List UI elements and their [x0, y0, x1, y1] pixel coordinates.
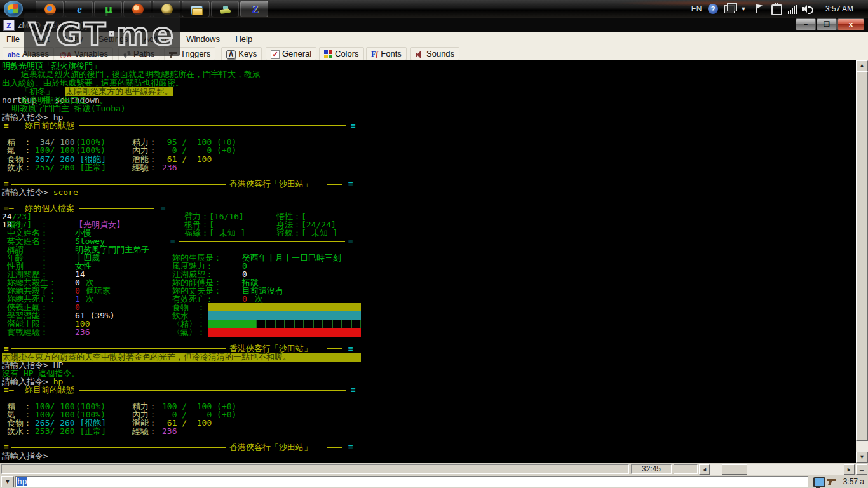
terminal-text: 實戰經驗： [7, 328, 48, 337]
help-tray-icon[interactable]: ? [707, 0, 719, 18]
power-plug-icon[interactable] [770, 0, 782, 18]
vertical-scrollbar[interactable]: ▲ ▼ [856, 60, 868, 463]
terminal-text: (100%) [76, 146, 105, 155]
horizontal-scroll-thumb[interactable] [722, 464, 747, 475]
taskbar-item-zmud[interactable]: Z [240, 1, 268, 17]
general-button[interactable]: ✓General [266, 47, 316, 60]
keycap-icon: A [226, 50, 236, 59]
checkbox-icon: ✓ [271, 50, 280, 59]
start-button[interactable] [4, 1, 23, 17]
language-indicator[interactable]: EN [689, 0, 704, 18]
menu-help[interactable]: Help [229, 32, 259, 46]
terminal-text: 癸酉年十月十一日巳時三刻 [242, 254, 341, 262]
terminal-text: 氣 ： [7, 146, 32, 155]
status-bar: 32:45 ◄ ► – [0, 463, 868, 476]
colors-button[interactable]: Colors [319, 47, 364, 60]
terminal-output: 明教光明頂「烈火旗後門」這裏就是烈火旗的後門，後面就是明教總舵所在，門宇軒大，教… [0, 60, 856, 463]
zmud-clock: 3:57 a [843, 475, 864, 488]
window-stack-icon[interactable] [723, 0, 736, 18]
terminal-line: 請輸入指令> [2, 452, 48, 461]
menu-file[interactable]: File [0, 32, 26, 46]
terminal-text: 236 [162, 163, 177, 172]
terminal-text: ≡ [348, 344, 353, 353]
maximize-button[interactable]: ❐ [817, 18, 837, 30]
terminal-text: ≡ [348, 237, 353, 246]
terminal-text: 妳的個人檔案 [25, 204, 74, 213]
terminal-text: 100/ 100 [35, 146, 75, 155]
terminal-text: ≡ [348, 443, 353, 452]
separator-line [11, 348, 226, 349]
status-message-panel [1, 464, 629, 474]
menu-windows[interactable]: Windows [180, 32, 226, 46]
terminal-text: 飲水： [7, 427, 32, 436]
terminal-text: 236 [75, 328, 90, 337]
minimize-button[interactable]: – [796, 18, 816, 30]
terminal-text: ≡ [348, 180, 353, 189]
separator-line [327, 447, 342, 448]
keys-button[interactable]: AKeys [221, 47, 262, 60]
terminal-text: 容貌：[ 未知 ] [276, 229, 337, 238]
volume-icon[interactable] [801, 0, 815, 18]
trigger-status-icon[interactable] [827, 478, 837, 486]
terminal-text: ≡ [161, 204, 166, 213]
separator-line [327, 348, 342, 349]
terminal-text: 次 [86, 295, 94, 304]
connection-computer-icon[interactable] [813, 477, 825, 487]
vgtime-watermark: VGT·me [24, 13, 180, 56]
terminal-text: ≡ [351, 386, 356, 395]
terminal-text: 妳目前的狀態 [25, 121, 74, 130]
separator-line [11, 184, 226, 185]
terminal-text: 255/ 260 [正常] [35, 163, 106, 172]
scroll-up-button[interactable]: ▲ [856, 60, 868, 71]
terminal-text: score [53, 187, 78, 197]
fonts-button[interactable]: FfFonts [366, 47, 407, 60]
separator-line [11, 447, 226, 448]
terminal-text: 這裏就是烈火旗的後門，後面就是明教總舵所在，門宇軒大，教眾 [21, 70, 261, 79]
scroll-right-button[interactable]: ► [844, 464, 855, 475]
scroll-left-button[interactable]: ◄ [699, 464, 710, 475]
terminal-text: 〈氣〉： [172, 328, 205, 337]
terminal-text: 太陽剛從東方的地平線昇起。 [65, 87, 173, 96]
scroll-down-button[interactable]: ▼ [856, 452, 868, 463]
color-grid-icon [324, 50, 332, 58]
separator-line [79, 208, 154, 209]
command-input[interactable]: hp [15, 476, 808, 487]
terminal-text: 經驗： [132, 427, 157, 436]
terminal-text: ≡ [170, 237, 175, 246]
terminal-text: 內力： [132, 146, 157, 155]
terminal-text: 香港俠客行「沙田站」 [229, 180, 312, 189]
zmud-icon: Z [249, 4, 261, 15]
terminal-text: 飲水： [7, 163, 32, 172]
taskbar-item-app7[interactable] [211, 1, 239, 17]
terminal-text: 次 [255, 295, 263, 304]
terminal-text: ≡ [351, 121, 356, 130]
selected-command-text: hp [17, 477, 27, 486]
horizontal-scrollbar[interactable]: ◄ ► [699, 464, 855, 475]
terminal-text: ≡— [4, 121, 18, 130]
terminal-text: 253/ 260 [正常] [35, 427, 106, 436]
green-app-icon [220, 4, 231, 15]
separator-line [79, 125, 346, 126]
scrollbar-corner-button[interactable]: – [856, 464, 867, 475]
command-history-dropdown[interactable]: ▼ [1, 476, 14, 487]
abc-icon: abc [8, 51, 20, 58]
close-button[interactable]: x [837, 18, 864, 30]
terminal-text: 妳目前的狀態 [25, 386, 74, 395]
taskbar-clock[interactable]: 3:57 AM [818, 0, 860, 18]
terminal-line: 請輸入指令> score [2, 188, 78, 197]
command-input-bar: ▼ hp 3:57 a [0, 475, 868, 488]
fonts-icon: Ff [371, 50, 378, 59]
terminal-text: 請輸入指令> [2, 451, 48, 461]
terminal-text: 236 [162, 427, 177, 436]
taskbar-item-explorer[interactable] [182, 1, 210, 17]
action-center-flag-icon[interactable] [754, 0, 765, 18]
tray-expand-chevron[interactable]: ▼ [738, 0, 749, 18]
network-signal-icon[interactable] [787, 0, 798, 18]
vertical-scroll-thumb[interactable] [856, 71, 868, 441]
session-timer: 32:45 [631, 464, 672, 474]
terminal-text: 0 [242, 295, 247, 304]
terminal-text: ≡ [4, 443, 9, 452]
status-panel-small [674, 464, 698, 474]
separator-line [179, 241, 345, 242]
sounds-button[interactable]: Sounds [410, 47, 459, 60]
